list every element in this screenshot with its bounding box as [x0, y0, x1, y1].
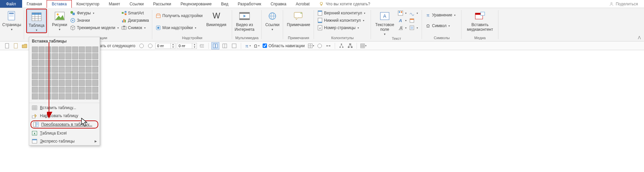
equation-pi-button[interactable]: π▾: [244, 42, 251, 50]
svg-rect-95: [351, 47, 353, 48]
icons-button[interactable]: Значки: [69, 17, 120, 24]
grid-cell[interactable]: [86, 47, 92, 50]
tab-design[interactable]: Конструктор: [72, 0, 104, 8]
qat-circle[interactable]: [316, 42, 323, 50]
qat-indent[interactable]: [198, 42, 206, 50]
qat-table-grid[interactable]: ▾: [307, 42, 315, 50]
header-label: Верхний колонтитул: [324, 11, 362, 15]
svg-text:Ω: Ω: [254, 44, 258, 49]
nav-pane-checkbox[interactable]: Область навигации: [261, 44, 306, 48]
equation-button[interactable]: π Уравнение ▾: [424, 11, 457, 19]
nav-pane-input[interactable]: [263, 44, 267, 48]
view-print-layout[interactable]: [211, 42, 219, 50]
grid-cell[interactable]: [59, 47, 65, 50]
tab-mailings[interactable]: Рассылки: [148, 0, 176, 8]
svg-rect-25: [123, 19, 124, 22]
tab-file[interactable]: Файл: [0, 0, 22, 8]
embed-media-button[interactable]: Вставить медиаконтент: [464, 9, 496, 32]
wordart-button[interactable]: A▾: [396, 17, 408, 24]
quickparts-button[interactable]: ▾: [396, 9, 408, 17]
grid-cell[interactable]: [52, 47, 58, 50]
collapse-ribbon-button[interactable]: ⋀: [638, 35, 641, 39]
svg-point-84: [318, 44, 322, 48]
comment-button[interactable]: + Примечание: [285, 9, 312, 27]
tab-references[interactable]: Ссылки: [125, 0, 148, 8]
tab-home[interactable]: Главная: [22, 0, 47, 8]
dropcap-button[interactable]: A▾: [396, 24, 408, 31]
grid-cell[interactable]: [45, 47, 51, 50]
grid-cell[interactable]: [79, 47, 85, 50]
qat-table-small[interactable]: ▾: [360, 42, 367, 50]
table-button[interactable]: Таблица ▼: [27, 10, 46, 32]
spacing-before-input[interactable]: [155, 43, 171, 49]
svg-rect-43: [318, 11, 322, 12]
grid-cell[interactable]: [72, 47, 78, 50]
grid-cell[interactable]: [92, 47, 98, 50]
qat-radio-2[interactable]: [147, 42, 154, 50]
group-text: A Текстовое поле ▼ ▾ A▾ A▾ ▾ ▾ Текст: [371, 8, 422, 41]
view-read-mode[interactable]: [221, 42, 229, 50]
header-button[interactable]: Верхний колонтитул ▾: [316, 9, 367, 17]
tab-acrobat[interactable]: Acrobat: [291, 0, 314, 8]
view-web-layout[interactable]: [230, 42, 238, 50]
icons-icon: [70, 18, 75, 23]
tell-me-search[interactable]: Что вы хотите сделать?: [314, 0, 375, 8]
svg-rect-26: [125, 20, 126, 22]
chart-button[interactable]: Диаграмма: [120, 17, 150, 24]
qat-hierarchy-2[interactable]: [346, 42, 354, 50]
qat-new-doc[interactable]: [3, 42, 11, 50]
textbox-button[interactable]: A Текстовое поле ▼: [373, 9, 396, 36]
nav-pane-label: Область навигации: [268, 44, 305, 48]
tab-layout[interactable]: Макет: [104, 0, 125, 8]
spacing-before-spinner[interactable]: ▲▼: [155, 43, 175, 49]
symbol-button[interactable]: Ω Символ ▾: [424, 22, 457, 29]
insert-table-grid[interactable]: [29, 45, 100, 50]
tab-review[interactable]: Рецензирование: [176, 0, 216, 8]
qat-hierarchy-1[interactable]: [338, 42, 345, 50]
header-icon: [317, 10, 323, 16]
wikipedia-button[interactable]: W Википедия: [206, 9, 227, 27]
chevron-down-icon: ▾: [144, 26, 146, 29]
shapes-button[interactable]: Фигуры ▾: [69, 9, 120, 17]
symbol-omega-button[interactable]: Ω▾: [253, 42, 260, 50]
group-multimedia: Видео из Интернета Мультимедиа: [232, 8, 262, 41]
chevron-down-icon: ▾: [417, 26, 418, 29]
tab-help[interactable]: Справка: [266, 0, 291, 8]
footer-button[interactable]: Нижний колонтитул ▾: [316, 17, 367, 24]
svg-rect-16: [72, 13, 75, 15]
qat-radio-1[interactable]: [138, 42, 145, 50]
chevron-down-icon: ▾: [448, 24, 450, 27]
share-button[interactable]: Поделиться: [603, 0, 644, 8]
addin-icon: [156, 25, 161, 30]
online-video-button[interactable]: Видео из Интернета: [234, 9, 255, 32]
links-button[interactable]: Ссылки ▼: [264, 9, 281, 31]
3d-models-button[interactable]: Трехмерные модели ▾: [69, 24, 120, 31]
pages-button[interactable]: Страницы ▼: [2, 9, 21, 31]
screenshot-button[interactable]: Снимок ▾: [120, 24, 150, 31]
signature-button[interactable]: ▾: [408, 9, 419, 17]
grid-cell[interactable]: [65, 47, 71, 50]
pictures-button[interactable]: Рисунки ▼: [50, 9, 69, 31]
tab-developer[interactable]: Разработчик: [233, 0, 266, 8]
datetime-button[interactable]: [408, 17, 419, 24]
smartart-button[interactable]: SmartArt: [120, 9, 150, 17]
qat-new-doc-2[interactable]: [12, 42, 19, 50]
shapes-icon: [70, 10, 75, 16]
object-button[interactable]: ▾: [408, 24, 419, 31]
tab-insert[interactable]: Вставка: [47, 0, 72, 8]
pictures-label: Рисунки: [52, 23, 67, 27]
grid-cell[interactable]: [32, 47, 38, 50]
spinner-arrows[interactable]: ▲▼: [192, 43, 197, 49]
get-addins-button[interactable]: Получить надстройки: [154, 12, 204, 19]
spinner-arrows[interactable]: ▲▼: [171, 43, 175, 49]
my-addins-button[interactable]: Мои надстройки ▾: [154, 24, 204, 31]
grid-cell[interactable]: [39, 47, 45, 50]
share-label: Поделиться: [616, 2, 638, 6]
qat-connector[interactable]: [325, 42, 332, 50]
qat-open[interactable]: [21, 42, 28, 50]
spacing-after-input[interactable]: [177, 43, 192, 49]
spacing-after-spinner[interactable]: ▲▼: [177, 43, 197, 49]
qat-separator: [208, 43, 209, 49]
tab-view[interactable]: Вид: [216, 0, 233, 8]
page-number-button[interactable]: # Номер страницы ▾: [316, 24, 367, 31]
